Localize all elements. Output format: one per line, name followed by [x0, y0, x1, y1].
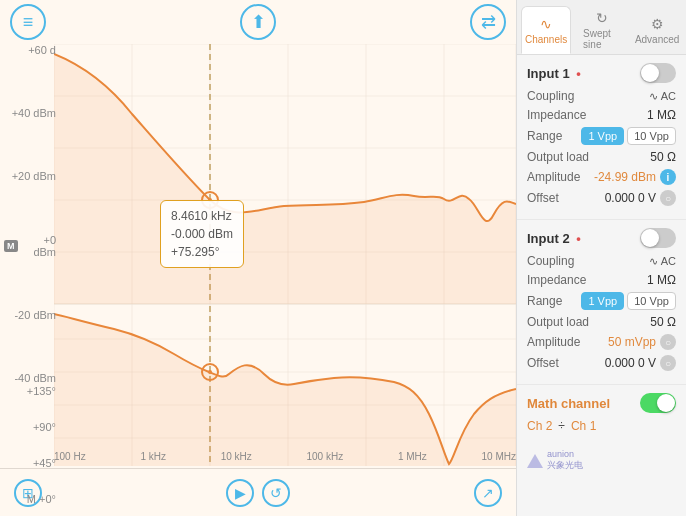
swept-sine-icon: ↻	[596, 10, 608, 26]
input2-amplitude-label: Amplitude	[527, 335, 580, 349]
input2-toggle-thumb	[641, 229, 659, 247]
input2-toggle[interactable]	[640, 228, 676, 248]
input2-coupling-value: ∿ AC	[649, 255, 676, 268]
input2-range-10vpp[interactable]: 10 Vpp	[627, 292, 676, 310]
math-ch1: Ch 1	[571, 419, 596, 433]
ac-wave-icon2: ∿	[649, 255, 658, 268]
arrow-button[interactable]: ↗	[474, 479, 502, 507]
top-center-icons: ⬆	[240, 4, 276, 40]
tab-channels[interactable]: ∿ Channels	[521, 6, 571, 54]
input2-amplitude-info[interactable]: ○	[660, 334, 676, 350]
input1-range-row: Range 1 Vpp 10 Vpp	[527, 127, 676, 145]
input1-title: Input 1 •	[527, 66, 581, 81]
m-badge: M	[4, 240, 18, 252]
tooltip-freq: 8.4610 kHz	[171, 207, 233, 225]
play-button[interactable]: ▶	[226, 479, 254, 507]
input1-toggle-thumb	[641, 64, 659, 82]
input1-amplitude-info[interactable]: i	[660, 169, 676, 185]
x-label-100khz: 100 kHz	[306, 451, 343, 462]
y-label-135: +135°	[4, 385, 56, 397]
input1-coupling-value: ∿ AC	[649, 90, 676, 103]
input2-offset-info[interactable]: ○	[660, 355, 676, 371]
unwrap-phase-label: aunion兴象光电	[517, 441, 686, 476]
input1-range-10vpp[interactable]: 10 Vpp	[627, 127, 676, 145]
chart-area: ≡ ⬆ ⇄ +60 d +40 dBm +20 dBm M +0 dBm -20…	[0, 0, 516, 516]
input1-output-load-label: Output load	[527, 150, 589, 164]
y-label-60: +60 d	[4, 44, 56, 56]
input2-range-1vpp[interactable]: 1 Vpp	[581, 292, 624, 310]
tab-advanced[interactable]: ⚙ Advanced	[632, 6, 682, 54]
input2-range-row: Range 1 Vpp 10 Vpp	[527, 292, 676, 310]
input2-amplitude-value: 50 mVpp	[608, 335, 656, 349]
input1-amplitude-row: Amplitude -24.99 dBm i	[527, 169, 676, 185]
tabs: ∿ Channels ↻ Swept sine ⚙ Advanced	[517, 0, 686, 55]
input2-range-buttons: 1 Vpp 10 Vpp	[581, 292, 676, 310]
tab-swept-sine-label: Swept sine	[583, 28, 620, 50]
input1-range-1vpp[interactable]: 1 Vpp	[581, 127, 624, 145]
menu-button[interactable]: ≡	[10, 4, 46, 40]
x-label-1mhz: 1 MHz	[398, 451, 427, 462]
y-label-minus20: -20 dBm	[4, 309, 56, 321]
y-label-0: M +0°	[4, 493, 56, 505]
chart-grid	[54, 44, 516, 466]
input2-range-label: Range	[527, 294, 562, 308]
input1-offset-value: 0.000 0 V	[605, 191, 656, 205]
input2-amplitude-row: Amplitude 50 mVpp ○	[527, 334, 676, 350]
chart-bottom-bar: ⊞ ▶ ↺ ↗	[0, 468, 516, 516]
input2-impedance-label: Impedance	[527, 273, 586, 287]
bottom-center-icons: ▶ ↺	[226, 479, 290, 507]
input1-impedance-row: Impedance 1 MΩ	[527, 108, 676, 122]
input1-impedance-label: Impedance	[527, 108, 586, 122]
input2-impedance-row: Impedance 1 MΩ	[527, 273, 676, 287]
input1-amplitude-value: -24.99 dBm	[594, 170, 656, 184]
y-label-0: M +0 dBm	[4, 234, 56, 258]
input2-output-load-label: Output load	[527, 315, 589, 329]
upload-button[interactable]: ⬆	[240, 4, 276, 40]
math-section: Math channel Ch 2 ÷ Ch 1	[517, 385, 686, 441]
swap-icon: ⇄	[481, 11, 496, 33]
input2-title: Input 2 •	[527, 231, 581, 246]
input1-section: Input 1 • Coupling ∿ AC Impedance 1 MΩ R…	[517, 55, 686, 220]
watermark-area: aunion兴象光电	[527, 449, 676, 472]
refresh-button[interactable]: ↺	[262, 479, 290, 507]
x-label-100hz: 100 Hz	[54, 451, 86, 462]
math-toggle[interactable]	[640, 393, 676, 413]
math-toggle-thumb	[657, 394, 675, 412]
tooltip-phase: +75.295°	[171, 243, 233, 261]
input1-header: Input 1 •	[527, 63, 676, 83]
input1-offset-info[interactable]: ○	[660, 190, 676, 206]
tab-swept-sine[interactable]: ↻ Swept sine	[575, 6, 628, 54]
ac-wave-icon: ∿	[649, 90, 658, 103]
y-axis-magnitude-labels: +60 d +40 dBm +20 dBm M +0 dBm -20 dBm -…	[0, 44, 54, 384]
input2-dot: •	[573, 231, 581, 246]
input1-range-label: Range	[527, 129, 562, 143]
tooltip-amplitude: -0.000 dBm	[171, 225, 233, 243]
chart-svg	[54, 44, 516, 466]
math-ch2: Ch 2	[527, 419, 552, 433]
input2-impedance-value: 1 MΩ	[647, 273, 676, 287]
input2-output-load-value: 50 Ω	[650, 315, 676, 329]
watermark-text: aunion兴象光电	[547, 449, 583, 472]
math-op: ÷	[558, 419, 565, 433]
input1-output-load-value: 50 Ω	[650, 150, 676, 164]
y-label-90: +90°	[4, 421, 56, 433]
upload-icon: ⬆	[251, 11, 266, 33]
x-axis-labels: 100 Hz 1 kHz 10 kHz 100 kHz 1 MHz 10 MHz	[54, 446, 516, 466]
input2-coupling-row: Coupling ∿ AC	[527, 254, 676, 268]
input1-offset-row: Offset 0.000 0 V ○	[527, 190, 676, 206]
tab-advanced-label: Advanced	[635, 34, 679, 45]
input1-impedance-value: 1 MΩ	[647, 108, 676, 122]
channels-icon: ∿	[540, 16, 552, 32]
x-label-1khz: 1 kHz	[140, 451, 166, 462]
swap-button[interactable]: ⇄	[470, 4, 506, 40]
input1-toggle[interactable]	[640, 63, 676, 83]
input2-header: Input 2 •	[527, 228, 676, 248]
input2-section: Input 2 • Coupling ∿ AC Impedance 1 MΩ R…	[517, 220, 686, 385]
y-axis-phase-labels: +135° +90° +45° M +0°	[0, 385, 54, 505]
input1-amplitude-label: Amplitude	[527, 170, 580, 184]
tooltip: 8.4610 kHz -0.000 dBm +75.295°	[160, 200, 244, 268]
menu-icon: ≡	[23, 12, 34, 33]
y-label-20: +20 dBm	[4, 170, 56, 182]
right-panel: ∿ Channels ↻ Swept sine ⚙ Advanced Input…	[516, 0, 686, 516]
tab-channels-label: Channels	[525, 34, 567, 45]
